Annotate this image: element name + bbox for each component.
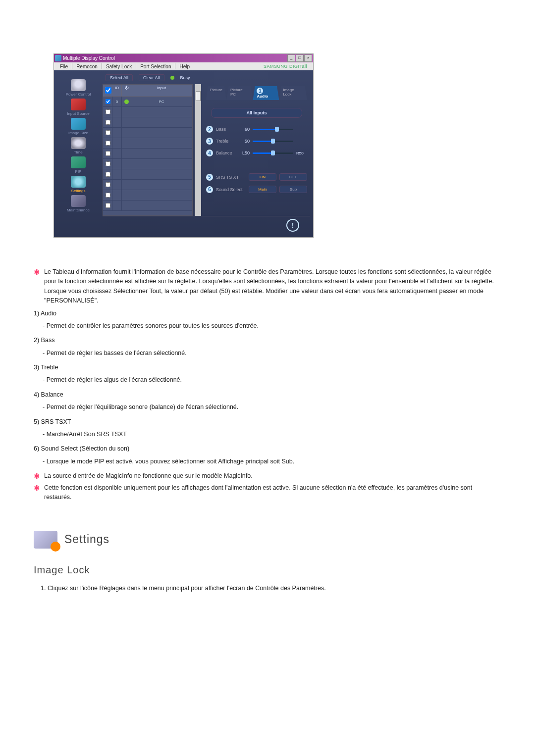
pip-icon	[71, 156, 86, 168]
tab-audio[interactable]: 1Audio	[253, 86, 279, 100]
srs-label: SRS TS XT	[216, 175, 246, 180]
table-row[interactable]	[103, 128, 192, 138]
note-magicinfo: La source d'entrée de MagicInfo ne fonct…	[44, 471, 253, 481]
menubar: File Remocon Safety Lock Port Selection …	[54, 62, 313, 70]
minimize-button[interactable]: _	[287, 54, 295, 62]
note-power: Cette fonction est disponible uniquement…	[44, 483, 501, 503]
image-lock-heading: Image Lock	[34, 562, 501, 578]
intro-text: Le Tableau d'Information fournit l'infor…	[44, 267, 501, 306]
row-checkbox[interactable]	[106, 203, 110, 208]
srs-row: 5 SRS TS XT ON OFF	[206, 173, 307, 181]
row-checkbox[interactable]	[106, 99, 110, 104]
table-row[interactable]	[103, 107, 192, 117]
sidebar-item-imagesize[interactable]: Image Size	[56, 118, 101, 135]
row-checkbox[interactable]	[106, 130, 110, 135]
table-row[interactable]	[103, 190, 192, 201]
treble-slider[interactable]	[253, 141, 293, 142]
sound-select-row: 6 Sound Select Main Sub	[206, 186, 307, 193]
row-checkbox[interactable]	[106, 193, 110, 198]
star-bullet-icon: ✱	[34, 471, 40, 481]
sidebar-item-power[interactable]: Power Control	[56, 79, 101, 97]
row-checkbox[interactable]	[106, 109, 110, 114]
row-checkbox[interactable]	[106, 182, 110, 187]
power-icon	[71, 79, 86, 91]
sidebar-item-settings[interactable]: Settings	[56, 176, 101, 193]
balance-row: 4 Balance L50 R50	[206, 150, 307, 156]
item-5-title: 5) SRS TSXT	[34, 417, 501, 427]
titlebar: Multiple Display Control _ □ ×	[54, 54, 313, 62]
app-icon	[55, 55, 61, 61]
table-row[interactable]	[103, 159, 192, 169]
tab-picture-pc[interactable]: Picture PC	[226, 86, 253, 100]
menu-remocon[interactable]: Remocon	[73, 63, 101, 70]
balance-slider[interactable]	[253, 152, 293, 154]
bass-slider[interactable]	[253, 129, 293, 130]
menu-safetylock[interactable]: Safety Lock	[103, 63, 135, 70]
sidebar-item-time[interactable]: Time	[56, 137, 101, 154]
treble-value: 50	[239, 139, 250, 144]
menu-portselection[interactable]: Port Selection	[137, 63, 174, 70]
item-2-title: 2) Bass	[34, 336, 501, 345]
sidebar-item-label: Settings	[71, 189, 86, 193]
star-bullet-icon: ✱	[34, 267, 40, 306]
sidebar-item-label: Power Control	[66, 92, 91, 97]
table-row[interactable]: 0 PC	[103, 97, 192, 107]
srs-on-button[interactable]: ON	[249, 173, 276, 181]
table-row[interactable]	[103, 201, 192, 211]
treble-label: Treble	[216, 139, 236, 144]
document-body: ✱Le Tableau d'Information fournit l'info…	[34, 267, 501, 594]
sidebar-item-pip[interactable]: PIP	[56, 156, 101, 174]
grid-head-checkbox[interactable]	[103, 85, 112, 96]
callout-4-icon: 4	[206, 150, 213, 156]
brand-label: SAMSUNG DIGITall	[261, 63, 310, 70]
table-row[interactable]	[103, 138, 192, 149]
sidebar-item-input[interactable]: Input Source	[56, 99, 101, 116]
sound-sub-button[interactable]: Sub	[279, 186, 307, 193]
app-window: Multiple Display Control _ □ × File Remo…	[54, 53, 314, 238]
tab-image-lock[interactable]: Image Lock	[279, 86, 307, 100]
table-row[interactable]	[103, 149, 192, 159]
srs-off-button[interactable]: OFF	[279, 173, 307, 181]
balance-right: R50	[296, 151, 307, 155]
busy-label: Busy	[180, 75, 190, 80]
close-button[interactable]: ×	[304, 54, 312, 62]
table-row[interactable]	[103, 117, 192, 128]
menu-file[interactable]: File	[57, 63, 71, 70]
item-4-desc: - Permet de régler l'équilibrage sonore …	[43, 403, 501, 412]
maximize-button[interactable]: □	[296, 54, 304, 62]
sidebar-item-maintenance[interactable]: Maintenance	[56, 195, 101, 212]
row-checkbox[interactable]	[106, 172, 110, 177]
row-checkbox[interactable]	[106, 141, 110, 146]
sound-main-button[interactable]: Main	[249, 186, 276, 193]
settings-section-icon	[34, 531, 57, 549]
maintenance-icon	[71, 195, 86, 207]
window-controls: _ □ ×	[287, 54, 312, 62]
scrollbar[interactable]	[195, 84, 201, 216]
item-3-desc: - Permet de régler les aigus de l'écran …	[43, 375, 501, 385]
table-row[interactable]	[103, 169, 192, 180]
window-title: Multiple Display Control	[63, 55, 115, 61]
menu-help[interactable]: Help	[176, 63, 193, 70]
info-icon[interactable]: !	[286, 219, 299, 232]
sidebar-item-label: Maintenance	[67, 208, 90, 212]
busy-indicator-icon	[170, 76, 174, 80]
select-all-button[interactable]: Select All	[106, 74, 133, 81]
bass-label: Bass	[216, 127, 236, 132]
row-checkbox[interactable]	[106, 120, 110, 125]
row-checkbox[interactable]	[106, 151, 110, 156]
time-icon	[71, 137, 86, 149]
toolbar: Select All Clear All Busy	[103, 73, 310, 84]
clear-all-button[interactable]: Clear All	[139, 74, 164, 81]
sidebar-item-label: Time	[74, 150, 82, 154]
tab-picture[interactable]: Picture	[206, 86, 226, 100]
item-3-title: 3) Treble	[34, 363, 501, 372]
grid-head-power: ⏻	[122, 85, 131, 96]
item-4-title: 4) Balance	[34, 390, 501, 400]
row-checkbox[interactable]	[106, 161, 110, 166]
item-6-desc: - Lorsque le mode PIP est activé, vous p…	[43, 457, 501, 466]
sound-select-label: Sound Select	[216, 187, 246, 192]
table-row[interactable]	[103, 180, 192, 190]
all-inputs-button[interactable]: All Inputs	[211, 108, 302, 118]
input-icon	[71, 99, 86, 110]
callout-6-icon: 6	[206, 186, 213, 193]
